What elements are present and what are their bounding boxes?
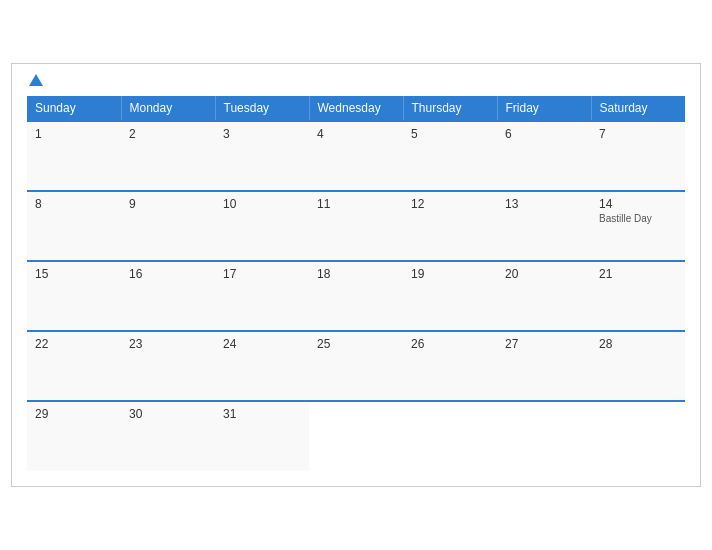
calendar-cell: 23 bbox=[121, 331, 215, 401]
calendar-cell: 6 bbox=[497, 121, 591, 191]
day-number: 31 bbox=[223, 407, 301, 421]
weekday-header-tuesday: Tuesday bbox=[215, 96, 309, 121]
day-number: 9 bbox=[129, 197, 207, 211]
calendar-container: SundayMondayTuesdayWednesdayThursdayFrid… bbox=[11, 63, 701, 487]
calendar-cell bbox=[591, 401, 685, 471]
day-number: 10 bbox=[223, 197, 301, 211]
day-number: 1 bbox=[35, 127, 113, 141]
calendar-cell: 21 bbox=[591, 261, 685, 331]
calendar-cell: 25 bbox=[309, 331, 403, 401]
calendar-cell: 4 bbox=[309, 121, 403, 191]
calendar-cell: 31 bbox=[215, 401, 309, 471]
calendar-cell: 12 bbox=[403, 191, 497, 261]
logo-triangle-icon bbox=[29, 74, 43, 86]
calendar-cell: 13 bbox=[497, 191, 591, 261]
calendar-cell: 5 bbox=[403, 121, 497, 191]
calendar-cell: 19 bbox=[403, 261, 497, 331]
calendar-cell: 26 bbox=[403, 331, 497, 401]
calendar-tbody: 1234567891011121314Bastille Day151617181… bbox=[27, 121, 685, 471]
day-number: 28 bbox=[599, 337, 677, 351]
calendar-cell: 7 bbox=[591, 121, 685, 191]
calendar-cell: 16 bbox=[121, 261, 215, 331]
day-number: 22 bbox=[35, 337, 113, 351]
day-number: 21 bbox=[599, 267, 677, 281]
calendar-cell: 8 bbox=[27, 191, 121, 261]
day-number: 12 bbox=[411, 197, 489, 211]
calendar-cell: 9 bbox=[121, 191, 215, 261]
day-number: 7 bbox=[599, 127, 677, 141]
day-number: 26 bbox=[411, 337, 489, 351]
day-number: 20 bbox=[505, 267, 583, 281]
calendar-cell: 22 bbox=[27, 331, 121, 401]
calendar-cell: 29 bbox=[27, 401, 121, 471]
day-number: 18 bbox=[317, 267, 395, 281]
calendar-cell bbox=[309, 401, 403, 471]
weekday-header-row: SundayMondayTuesdayWednesdayThursdayFrid… bbox=[27, 96, 685, 121]
weekday-header-wednesday: Wednesday bbox=[309, 96, 403, 121]
day-number: 13 bbox=[505, 197, 583, 211]
day-number: 14 bbox=[599, 197, 677, 211]
calendar-thead: SundayMondayTuesdayWednesdayThursdayFrid… bbox=[27, 96, 685, 121]
weekday-header-friday: Friday bbox=[497, 96, 591, 121]
day-number: 8 bbox=[35, 197, 113, 211]
day-number: 29 bbox=[35, 407, 113, 421]
day-number: 19 bbox=[411, 267, 489, 281]
calendar-cell bbox=[403, 401, 497, 471]
weekday-header-sunday: Sunday bbox=[27, 96, 121, 121]
calendar-cell: 11 bbox=[309, 191, 403, 261]
calendar-week-row: 891011121314Bastille Day bbox=[27, 191, 685, 261]
day-number: 4 bbox=[317, 127, 395, 141]
day-number: 3 bbox=[223, 127, 301, 141]
day-number: 24 bbox=[223, 337, 301, 351]
weekday-header-thursday: Thursday bbox=[403, 96, 497, 121]
weekday-header-saturday: Saturday bbox=[591, 96, 685, 121]
weekday-header-monday: Monday bbox=[121, 96, 215, 121]
calendar-cell: 18 bbox=[309, 261, 403, 331]
calendar-week-row: 293031 bbox=[27, 401, 685, 471]
day-number: 11 bbox=[317, 197, 395, 211]
calendar-week-row: 22232425262728 bbox=[27, 331, 685, 401]
calendar-table: SundayMondayTuesdayWednesdayThursdayFrid… bbox=[27, 96, 685, 471]
calendar-cell: 30 bbox=[121, 401, 215, 471]
calendar-cell: 14Bastille Day bbox=[591, 191, 685, 261]
day-number: 30 bbox=[129, 407, 207, 421]
calendar-cell: 20 bbox=[497, 261, 591, 331]
calendar-cell: 17 bbox=[215, 261, 309, 331]
day-number: 2 bbox=[129, 127, 207, 141]
day-number: 6 bbox=[505, 127, 583, 141]
day-number: 17 bbox=[223, 267, 301, 281]
calendar-cell bbox=[497, 401, 591, 471]
event-label: Bastille Day bbox=[599, 213, 677, 224]
day-number: 27 bbox=[505, 337, 583, 351]
calendar-cell: 3 bbox=[215, 121, 309, 191]
logo-area bbox=[27, 74, 43, 86]
day-number: 16 bbox=[129, 267, 207, 281]
day-number: 25 bbox=[317, 337, 395, 351]
calendar-cell: 1 bbox=[27, 121, 121, 191]
calendar-cell: 15 bbox=[27, 261, 121, 331]
calendar-cell: 2 bbox=[121, 121, 215, 191]
calendar-header bbox=[27, 74, 685, 86]
calendar-cell: 24 bbox=[215, 331, 309, 401]
calendar-week-row: 1234567 bbox=[27, 121, 685, 191]
calendar-cell: 28 bbox=[591, 331, 685, 401]
calendar-week-row: 15161718192021 bbox=[27, 261, 685, 331]
day-number: 15 bbox=[35, 267, 113, 281]
calendar-cell: 10 bbox=[215, 191, 309, 261]
day-number: 23 bbox=[129, 337, 207, 351]
day-number: 5 bbox=[411, 127, 489, 141]
calendar-cell: 27 bbox=[497, 331, 591, 401]
